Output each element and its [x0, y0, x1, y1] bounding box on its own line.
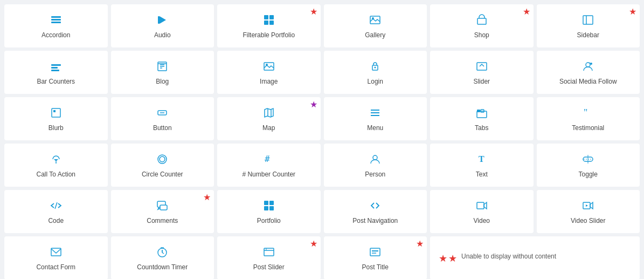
portfolio-label: Portfolio [257, 217, 281, 226]
person-icon [369, 153, 381, 167]
countdown-timer-label: Countdown Timer [137, 263, 188, 272]
svg-rect-16 [51, 70, 59, 71]
widget-item-gallery[interactable]: Gallery [324, 4, 427, 47]
social-media-follow-label: Social Media Follow [559, 78, 617, 86]
post-title-icon [369, 246, 381, 260]
svg-rect-40 [477, 110, 480, 112]
menu-label: Menu [367, 124, 383, 133]
countdown-timer-icon [156, 246, 168, 260]
text-label: Text [476, 171, 488, 179]
widget-item-post-navigation[interactable]: Post Navigation [324, 190, 427, 233]
widget-item-blog[interactable]: Blog [111, 51, 214, 94]
login-icon [369, 60, 381, 74]
code-label: Code [48, 217, 64, 226]
widget-item-shop[interactable]: ★Shop [430, 4, 534, 47]
star-icon-red: ★ [310, 239, 317, 249]
testimonial-icon: " [582, 107, 594, 121]
svg-line-68 [162, 253, 164, 254]
number-counter-label: # Number Counter [242, 171, 295, 179]
contact-form-label: Contact Form [36, 263, 75, 272]
image-icon [263, 60, 275, 74]
button-icon [156, 107, 168, 121]
widget-item-contact-form[interactable]: Contact Form [4, 236, 108, 279]
filterable-portfolio-icon [263, 14, 275, 28]
widget-item-countdown-timer[interactable]: Countdown Timer [111, 236, 214, 279]
audio-label: Audio [154, 31, 171, 40]
widget-item-menu[interactable]: Menu [324, 97, 427, 140]
video-slider-icon [582, 200, 594, 214]
widget-item-sidebar[interactable]: ★Sidebar [537, 4, 640, 47]
widget-item-social-media-follow[interactable]: Social Media Follow [537, 51, 640, 94]
code-icon [50, 200, 62, 214]
widget-item-circle-counter[interactable]: Circle Counter [111, 144, 214, 187]
comments-icon [156, 200, 168, 214]
widget-item-map[interactable]: ★Map [217, 97, 321, 140]
widget-item-tabs[interactable]: Tabs [430, 97, 534, 140]
post-slider-icon [263, 246, 275, 260]
svg-line-53 [55, 202, 57, 209]
text-icon: T [476, 153, 488, 167]
star-icon-red: ★ [416, 239, 424, 249]
blurb-label: Blurb [49, 124, 64, 133]
widget-item-text[interactable]: TText [430, 144, 534, 187]
svg-marker-3 [160, 16, 166, 24]
widget-item-post-title[interactable]: ★Post Title [324, 236, 427, 279]
widget-item-code[interactable]: Code [4, 190, 108, 233]
svg-rect-2 [51, 22, 61, 23]
widget-item-testimonial[interactable]: "Testimonial [537, 97, 640, 140]
widget-item-person[interactable]: Person [324, 144, 427, 187]
widget-item-call-to-action[interactable]: Call To Action [4, 144, 108, 187]
widget-item-bar-counters[interactable]: Bar Counters [4, 51, 108, 94]
bar-counters-icon [50, 60, 62, 74]
widget-item-video[interactable]: Video [430, 190, 534, 233]
button-label: Button [153, 124, 172, 133]
widget-item-toggle[interactable]: Toggle [537, 144, 640, 187]
svg-rect-31 [53, 110, 56, 112]
widget-item-image[interactable]: Image [217, 51, 321, 94]
widget-item-filterable-portfolio[interactable]: ★Filterable Portfolio [217, 4, 321, 47]
person-label: Person [365, 171, 385, 179]
post-title-label: Post Title [362, 263, 389, 272]
svg-rect-30 [52, 108, 60, 117]
svg-rect-56 [264, 201, 268, 205]
widget-item-button[interactable]: Button [111, 97, 214, 140]
widget-item-comments[interactable]: ★Comments [111, 190, 214, 233]
accordion-label: Accordion [41, 31, 70, 40]
toggle-label: Toggle [579, 171, 598, 179]
shop-icon [476, 14, 488, 28]
number-counter-icon: # [263, 153, 275, 167]
svg-rect-69 [264, 248, 274, 256]
bar-counters-label: Bar Counters [37, 78, 75, 86]
toggle-icon [582, 153, 594, 167]
widget-item-post-slider[interactable]: ★Post Slider [217, 236, 321, 279]
svg-rect-4 [158, 16, 160, 24]
widget-item-audio[interactable]: Audio [111, 4, 214, 47]
widget-item-blurb[interactable]: Blurb [4, 97, 108, 140]
svg-rect-7 [264, 21, 268, 25]
widget-item-accordion[interactable]: Accordion [4, 4, 108, 47]
svg-point-25 [375, 67, 376, 69]
sidebar-label: Sidebar [577, 31, 599, 40]
tabs-icon [476, 107, 488, 121]
social-media-follow-icon [582, 60, 594, 74]
svg-point-23 [266, 64, 268, 66]
circle-counter-label: Circle Counter [142, 171, 183, 179]
widget-item-video-slider[interactable]: Video Slider [537, 190, 640, 233]
gallery-icon [369, 14, 381, 28]
svg-rect-14 [51, 64, 61, 66]
contact-form-icon [50, 246, 62, 260]
widget-item-number-counter[interactable]: ## Number Counter [217, 144, 321, 187]
widget-item-portfolio[interactable]: Portfolio [217, 190, 321, 233]
testimonial-label: Testimonial [572, 124, 604, 133]
star-icon-red: ★ [439, 253, 447, 264]
star-icon-purple: ★ [310, 99, 317, 110]
widget-item-slider[interactable]: Slider [430, 51, 534, 94]
accordion-icon [50, 14, 62, 28]
audio-icon [156, 14, 168, 28]
svg-rect-6 [269, 15, 274, 19]
blog-label: Blog [156, 78, 169, 86]
post-navigation-label: Post Navigation [352, 217, 398, 226]
widget-item-login[interactable]: Login [324, 51, 427, 94]
svg-rect-1 [51, 19, 61, 21]
svg-rect-15 [51, 67, 58, 69]
